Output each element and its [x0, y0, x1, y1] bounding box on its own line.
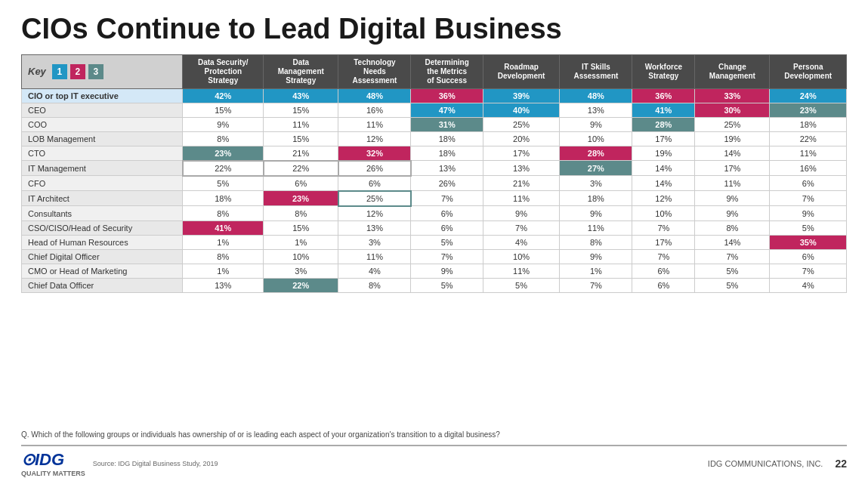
row-label-11: Chief Digital Officer — [22, 249, 183, 264]
cell-r6-c4: 21% — [483, 176, 559, 191]
row-label-6: CFO — [22, 176, 183, 191]
col-header-2: TechnologyNeedsAssessment — [338, 54, 411, 88]
cell-r3-c8: 22% — [770, 131, 847, 146]
table-row: CFO5%6%6%26%21%3%14%11%6% — [22, 176, 847, 191]
cell-r5-c3: 13% — [411, 161, 483, 176]
key-box-3: 3 — [88, 64, 103, 79]
cell-r10-c5: 8% — [560, 235, 632, 249]
page-number: 22 — [835, 458, 847, 470]
cell-r7-c0: 18% — [183, 191, 264, 206]
cell-r4-c0: 23% — [183, 146, 264, 161]
cell-r7-c1: 23% — [264, 191, 338, 206]
footer-right: IDG COMMUNICATIONS, INC. 22 — [708, 458, 847, 470]
cell-r1-c2: 16% — [338, 103, 411, 117]
table-row: CTO23%21%32%18%17%28%19%14%11% — [22, 146, 847, 161]
cell-r11-c0: 8% — [183, 249, 264, 264]
col-header-1: DataManagementStrategy — [264, 54, 338, 88]
cell-r9-c5: 11% — [560, 220, 632, 235]
cell-r6-c8: 6% — [770, 176, 847, 191]
cell-r7-c4: 11% — [483, 191, 559, 206]
cell-r0-c5: 48% — [560, 88, 632, 103]
cell-r5-c4: 13% — [483, 161, 559, 176]
footer-source: Source: IDG Digital Business Study, 2019 — [93, 460, 218, 467]
cell-r13-c1: 22% — [264, 278, 338, 292]
cell-r0-c6: 36% — [632, 88, 695, 103]
cell-r8-c6: 10% — [632, 206, 695, 221]
cell-r5-c2: 26% — [338, 161, 411, 176]
cell-r8-c1: 8% — [264, 206, 338, 221]
cell-r10-c3: 5% — [411, 235, 483, 249]
cell-r11-c3: 7% — [411, 249, 483, 264]
cell-r10-c6: 17% — [632, 235, 695, 249]
cell-r6-c7: 11% — [695, 176, 770, 191]
cell-r7-c8: 7% — [770, 191, 847, 206]
cell-r6-c3: 26% — [411, 176, 483, 191]
cell-r12-c3: 9% — [411, 264, 483, 278]
cell-r5-c5: 27% — [560, 161, 632, 176]
cell-r1-c0: 15% — [183, 103, 264, 117]
cell-r2-c1: 11% — [264, 117, 338, 131]
table-row: Chief Digital Officer8%10%11%7%10%9%7%7%… — [22, 249, 847, 264]
cell-r11-c1: 10% — [264, 249, 338, 264]
cell-r2-c0: 9% — [183, 117, 264, 131]
cell-r1-c4: 40% — [483, 103, 559, 117]
cell-r2-c6: 28% — [632, 117, 695, 131]
footnote: Q. Which of the following groups or indi… — [21, 430, 847, 442]
cell-r9-c3: 6% — [411, 220, 483, 235]
row-label-3: LOB Management — [22, 131, 183, 146]
cell-r8-c0: 8% — [183, 206, 264, 221]
cell-r4-c1: 21% — [264, 146, 338, 161]
col-header-7: ChangeManagement — [695, 54, 770, 88]
key-header: Key 1 2 3 — [22, 54, 183, 88]
cell-r7-c5: 18% — [560, 191, 632, 206]
cell-r13-c0: 13% — [183, 278, 264, 292]
cell-r10-c1: 1% — [264, 235, 338, 249]
cell-r3-c5: 10% — [560, 131, 632, 146]
key-box-1: 1 — [52, 64, 67, 79]
page-title: CIOs Continue to Lead Digital Business — [21, 14, 847, 45]
col-header-4: RoadmapDevelopment — [483, 54, 559, 88]
footer: ⊙IDG QUALITY MATTERS Source: IDG Digital… — [21, 445, 847, 481]
table-row: COO9%11%11%31%25%9%28%25%18% — [22, 117, 847, 131]
cell-r0-c2: 48% — [338, 88, 411, 103]
cell-r13-c6: 6% — [632, 278, 695, 292]
data-table: Key 1 2 3 Data Security/ProtectionStrate… — [21, 54, 847, 293]
cell-r4-c7: 14% — [695, 146, 770, 161]
cell-r3-c3: 18% — [411, 131, 483, 146]
row-label-13: Chief Data Officer — [22, 278, 183, 292]
cell-r7-c2: 25% — [338, 191, 411, 206]
cell-r9-c2: 13% — [338, 220, 411, 235]
cell-r8-c4: 9% — [483, 206, 559, 221]
cell-r9-c0: 41% — [183, 220, 264, 235]
cell-r1-c3: 47% — [411, 103, 483, 117]
cell-r11-c5: 9% — [560, 249, 632, 264]
idg-logo: ⊙IDG QUALITY MATTERS — [21, 450, 85, 477]
cell-r1-c5: 13% — [560, 103, 632, 117]
cell-r13-c8: 4% — [770, 278, 847, 292]
cell-r6-c6: 14% — [632, 176, 695, 191]
table-row: Consultants8%8%12%6%9%9%10%9%9% — [22, 206, 847, 221]
row-label-2: COO — [22, 117, 183, 131]
cell-r1-c1: 15% — [264, 103, 338, 117]
key-label: Key — [28, 66, 46, 78]
row-label-5: IT Management — [22, 161, 183, 176]
cell-r4-c3: 18% — [411, 146, 483, 161]
cell-r11-c2: 11% — [338, 249, 411, 264]
cell-r12-c5: 1% — [560, 264, 632, 278]
cell-r6-c5: 3% — [560, 176, 632, 191]
col-header-3: Determiningthe Metricsof Success — [411, 54, 483, 88]
row-label-4: CTO — [22, 146, 183, 161]
cell-r12-c1: 3% — [264, 264, 338, 278]
page: CIOs Continue to Lead Digital Business K… — [0, 0, 868, 481]
table-row: Head of Human Resources1%1%3%5%4%8%17%14… — [22, 235, 847, 249]
cell-r10-c7: 14% — [695, 235, 770, 249]
table-wrapper: Key 1 2 3 Data Security/ProtectionStrate… — [21, 54, 847, 426]
col-header-6: WorkforceStrategy — [632, 54, 695, 88]
table-row: CSO/CISO/Head of Security41%15%13%6%7%11… — [22, 220, 847, 235]
cell-r4-c8: 11% — [770, 146, 847, 161]
col-header-0: Data Security/ProtectionStrategy — [183, 54, 264, 88]
cell-r11-c4: 10% — [483, 249, 559, 264]
company-name: IDG COMMUNICATIONS, INC. — [708, 459, 823, 468]
cell-r5-c8: 16% — [770, 161, 847, 176]
cell-r7-c3: 7% — [411, 191, 483, 206]
